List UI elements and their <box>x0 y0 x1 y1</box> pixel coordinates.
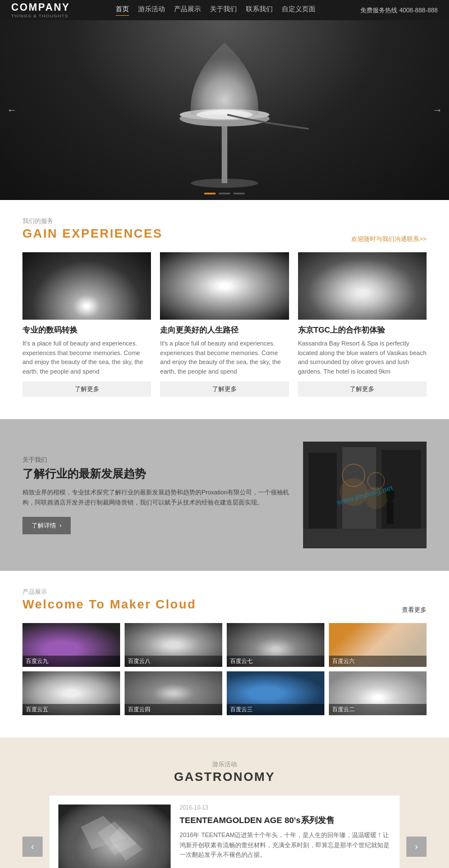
services-title: GAIN EXPERIENCES <box>22 226 163 241</box>
events-next-arrow[interactable]: › <box>406 837 427 857</box>
service-title-3: 东京TGC上的合作初体验 <box>298 325 427 335</box>
hero-dots <box>204 193 245 194</box>
products-section: 产品展示 Welcome To Maker Cloud 查看更多 百度云九 百度… <box>0 571 449 738</box>
services-header: 我们的服务 GAIN EXPERIENCES 欢迎随时与我们沟通联系>> <box>22 217 427 243</box>
services-section: 我们的服务 GAIN EXPERIENCES 欢迎随时与我们沟通联系>> 专业的… <box>0 200 449 419</box>
products-title-block: 产品展示 Welcome To Maker Cloud <box>22 588 196 614</box>
hero-slider: ← → <box>0 20 449 200</box>
trends-title: 了解行业的最新发展趋势 <box>22 466 292 481</box>
service-desc-2: It's a place full of beauty and experien… <box>160 339 288 376</box>
hero-dot-2[interactable] <box>219 193 230 194</box>
nav-home[interactable]: 首页 <box>116 4 129 16</box>
service-btn-1[interactable]: 了解更多 <box>22 381 151 397</box>
main-nav: 首页 游乐活动 产品展示 关于我们 联系我们 自定义页面 <box>116 4 315 16</box>
event-date: 2016-10-13 <box>180 805 391 811</box>
product-label-8: 百度云二 <box>329 704 427 715</box>
product-item-6[interactable]: 百度云四 <box>125 671 222 715</box>
products-title: Welcome To Maker Cloud <box>22 597 196 612</box>
hero-dot-1[interactable] <box>204 193 216 194</box>
event-image <box>58 805 171 868</box>
product-item-4[interactable]: 百度云六 <box>329 623 427 667</box>
product-item-5[interactable]: 百度云五 <box>22 671 120 715</box>
event-card: 2016-10-13 TEENTEAMGOLDEN AGE 80's系列发售 2… <box>49 796 400 868</box>
service-desc-1: It's a place full of beauty and experien… <box>22 339 151 376</box>
event-content: 2016-10-13 TEENTEAMGOLDEN AGE 80's系列发售 2… <box>180 805 391 868</box>
product-label-6: 百度云四 <box>125 704 222 715</box>
service-btn-2[interactable]: 了解更多 <box>160 381 288 397</box>
trends-btn[interactable]: 了解详情 › <box>22 517 71 534</box>
event-title: TEENTEAMGOLDEN AGE 80's系列发售 <box>180 814 391 826</box>
product-label-7: 百度云三 <box>227 704 324 715</box>
hero-prev-arrow[interactable]: ← <box>7 104 17 116</box>
product-item-1[interactable]: 百度云九 <box>22 623 120 667</box>
product-label-4: 百度云六 <box>329 656 427 667</box>
hotline: 免费服务热线 4008-888-888 <box>360 6 438 15</box>
services-label: 我们的服务 <box>22 217 163 225</box>
nav-contact[interactable]: 联系我们 <box>246 4 273 16</box>
trends-label: 关于我们 <box>22 456 292 464</box>
nav-events[interactable]: 游乐活动 <box>138 4 165 16</box>
service-desc-3: Kassandra Bay Resort & Spa is perfectly … <box>298 339 427 376</box>
hero-visual <box>0 20 449 200</box>
events-section: 游乐活动 GASTRONOMY ‹ <box>0 738 449 868</box>
hero-next-arrow[interactable]: → <box>432 104 442 116</box>
logo-subtitle: THINGS & THOUGHTS <box>11 13 70 19</box>
product-label-3: 百度云七 <box>227 656 324 667</box>
logo-area: COMPANY THINGS & THOUGHTS <box>11 2 70 19</box>
product-label-2: 百度云八 <box>125 656 222 667</box>
events-title: GASTRONOMY <box>22 770 427 784</box>
product-item-7[interactable]: 百度云三 <box>227 671 324 715</box>
services-grid: 专业的数码转换 It's a place full of beauty and … <box>22 252 427 397</box>
trends-image: www.jincong.net <box>303 442 427 548</box>
hero-dot-3[interactable] <box>233 193 245 194</box>
service-card-1: 专业的数码转换 It's a place full of beauty and … <box>22 252 151 397</box>
logo-text: COMPANY <box>11 2 70 13</box>
products-header: 产品展示 Welcome To Maker Cloud 查看更多 <box>22 588 427 614</box>
product-item-8[interactable]: 百度云二 <box>329 671 427 715</box>
service-image-2 <box>160 252 288 320</box>
trends-content: 关于我们 了解行业的最新发展趋势 精致业界的楷模，专业技术探究了解行业的最新发展… <box>22 456 292 534</box>
events-prev-arrow[interactable]: ‹ <box>22 837 43 857</box>
service-btn-3[interactable]: 了解更多 <box>298 381 427 397</box>
event-desc: 2016年 TEENTEAM迈进第十个年头，十年，是人生的回年辙，温温暖暖！让鸿… <box>180 830 391 860</box>
product-item-3[interactable]: 百度云七 <box>227 623 324 667</box>
products-grid: 百度云九 百度云八 百度云七 百度云六 百度云五 百度云四 百度云三 百度云二 <box>22 623 427 715</box>
hero-lamp-svg <box>140 20 309 200</box>
services-link[interactable]: 欢迎随时与我们沟通联系>> <box>351 235 427 243</box>
nav-products[interactable]: 产品展示 <box>174 4 201 16</box>
event-image-art <box>58 805 171 868</box>
product-item-2[interactable]: 百度云八 <box>125 623 222 667</box>
nav-custom[interactable]: 自定义页面 <box>282 4 315 16</box>
svg-rect-13 <box>387 502 393 524</box>
service-title-2: 走向更美好的人生路径 <box>160 325 288 335</box>
trends-section: 关于我们 了解行业的最新发展趋势 精致业界的楷模，专业技术探究了解行业的最新发展… <box>0 419 449 571</box>
service-card-2: 走向更美好的人生路径 It's a place full of beauty a… <box>160 252 288 397</box>
svg-rect-9 <box>303 529 427 548</box>
events-label: 游乐活动 <box>22 760 427 769</box>
svg-rect-6 <box>309 453 337 537</box>
trends-desc: 精致业界的楷模，专业技术探究了解行业的最新发展趋势和趋势的Proxation有限… <box>22 488 292 507</box>
service-card-3: 东京TGC上的合作初体验 Kassandra Bay Resort & Spa … <box>298 252 427 397</box>
products-label: 产品展示 <box>22 588 196 596</box>
products-link[interactable]: 查看更多 <box>402 606 427 614</box>
service-image-1 <box>22 252 151 320</box>
header: COMPANY THINGS & THOUGHTS 首页 游乐活动 产品展示 关… <box>0 0 449 20</box>
events-slider: ‹ 2016-10-13 <box>22 796 427 868</box>
product-label-1: 百度云九 <box>22 656 120 667</box>
services-title-block: 我们的服务 GAIN EXPERIENCES <box>22 217 163 243</box>
service-image-3 <box>298 252 427 320</box>
service-title-1: 专业的数码转换 <box>22 325 151 335</box>
nav-about[interactable]: 关于我们 <box>210 4 237 16</box>
product-label-5: 百度云五 <box>22 704 120 715</box>
